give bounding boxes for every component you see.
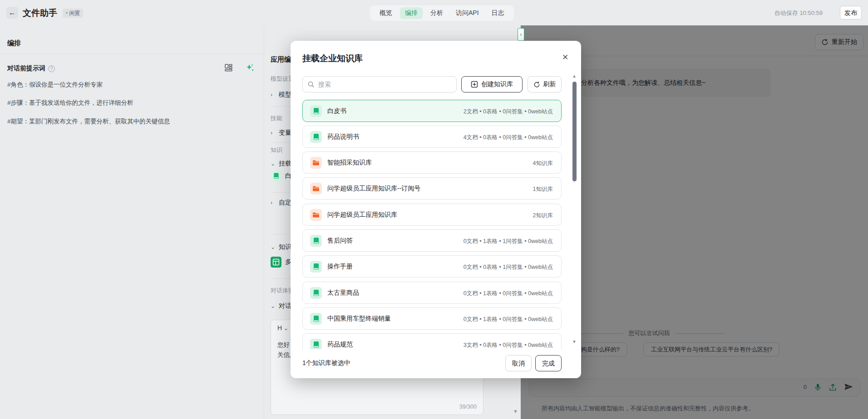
prompt-line: #角色：假设你是一位文件分析专家 bbox=[7, 81, 103, 89]
collapsible-row-变量[interactable]: ›变量 bbox=[271, 129, 291, 137]
kb-stats: 0文档 • 1表格 • 0问答集 • 0web站点 bbox=[464, 316, 553, 323]
kb-card[interactable]: 中国乘用车型终端销量0文档 • 1表格 • 0问答集 • 0web站点 bbox=[302, 307, 562, 330]
kb-name: 问学超级员工应用知识库--订阅号 bbox=[327, 185, 420, 193]
chevron-icon: ⌄ bbox=[271, 244, 275, 250]
chevron-icon: › bbox=[271, 92, 275, 98]
ai-sparkle-icon[interactable] bbox=[246, 63, 254, 72]
book-icon bbox=[271, 171, 281, 181]
kb-name: 中国乘用车型终端销量 bbox=[327, 315, 391, 323]
modal-title: 挂载企业知识库 bbox=[302, 53, 363, 64]
kb-card[interactable]: 操作手册0文档 • 0表格 • 1问答集 • 0web站点 bbox=[302, 255, 562, 278]
kb-card[interactable]: 问学超级员工应用知识库--订阅号1知识库 bbox=[302, 177, 562, 200]
section-label: 知识 bbox=[271, 146, 282, 154]
publish-button[interactable]: 发布 bbox=[840, 6, 862, 19]
mounted-kb-item[interactable]: 白 bbox=[271, 171, 291, 181]
book-icon bbox=[310, 287, 322, 299]
book-icon bbox=[310, 105, 322, 117]
autosave-status: 自动保存 10:50:59 bbox=[774, 9, 823, 17]
kb-name: 售后问答 bbox=[327, 237, 353, 245]
scroll-down-arrow-icon[interactable]: ▼ bbox=[572, 339, 577, 344]
kb-card[interactable]: 智能招采知识库4知识库 bbox=[302, 151, 562, 174]
prompt-section-title: 对话前提示词 ? bbox=[7, 64, 55, 73]
collapsible-row-知识[interactable]: ⌄知识 bbox=[271, 243, 291, 251]
kb-stats: 3文档 • 0表格 • 0问答集 • 0web站点 bbox=[464, 341, 553, 349]
template-icon[interactable] bbox=[224, 63, 233, 72]
char-counter: 39/300 bbox=[459, 404, 477, 410]
kb-name: 智能招采知识库 bbox=[327, 159, 372, 167]
row-label: 模型 bbox=[279, 91, 291, 99]
row-label: 知识 bbox=[279, 243, 291, 251]
kb-list: 白皮书2文档 • 0表格 • 0问答集 • 0web站点药品说明书4文档 • 0… bbox=[291, 95, 581, 349]
kb-stats: 1知识库 bbox=[533, 185, 553, 193]
search-input[interactable] bbox=[318, 81, 452, 88]
done-button[interactable]: 完成 bbox=[535, 355, 562, 371]
kb-name: 太古里商品 bbox=[327, 289, 359, 297]
collapsible-row-自定[interactable]: ›自定 bbox=[271, 199, 291, 207]
book-icon bbox=[310, 313, 322, 325]
refresh-icon bbox=[533, 81, 540, 88]
book-icon bbox=[310, 261, 322, 273]
left-panel-title: 编排 bbox=[7, 39, 21, 48]
scroll-down-arrow-icon[interactable]: ▼ bbox=[513, 409, 518, 414]
scrollbar-thumb[interactable] bbox=[572, 82, 577, 181]
chevron-icon: › bbox=[271, 130, 275, 136]
folder-icon bbox=[310, 157, 322, 169]
app-title: 文件助手 bbox=[23, 7, 57, 19]
mounted-kb-item[interactable]: 多 bbox=[271, 257, 291, 268]
chevron-icon: › bbox=[271, 200, 275, 206]
kb-card[interactable]: 药品规范3文档 • 0表格 • 0问答集 • 0web站点 bbox=[302, 333, 562, 349]
selection-summary: 1个知识库被选中 bbox=[302, 359, 350, 367]
folder-icon bbox=[310, 183, 322, 195]
back-button[interactable]: ← bbox=[6, 7, 18, 19]
kb-stats: 0文档 • 1表格 • 0问答集 • 0web站点 bbox=[464, 290, 553, 297]
kb-card[interactable]: 太古里商品0文档 • 1表格 • 0问答集 • 0web站点 bbox=[302, 282, 562, 304]
kb-name: 问学超级员工应用知识库 bbox=[327, 211, 397, 219]
kb-stats: 0文档 • 1表格 • 1问答集 • 0web站点 bbox=[464, 238, 553, 245]
kb-card[interactable]: 售后问答0文档 • 1表格 • 1问答集 • 0web站点 bbox=[302, 229, 562, 252]
row-label: 对话 bbox=[279, 302, 291, 310]
status-dot-icon: • bbox=[66, 10, 68, 16]
panel-collapse-toggle[interactable]: ‹ bbox=[518, 28, 524, 41]
kb-name: 操作手册 bbox=[327, 263, 353, 271]
table-icon bbox=[271, 257, 281, 268]
help-icon[interactable]: ? bbox=[48, 65, 55, 72]
prompt-line: #期望：某部门刚发布文件，需要分析、获取其中的关键信息 bbox=[7, 117, 170, 126]
folder-icon bbox=[310, 209, 322, 221]
kb-name: 白皮书 bbox=[327, 107, 346, 115]
row-label: 挂载 bbox=[279, 160, 291, 168]
refresh-button[interactable]: 刷新 bbox=[528, 76, 562, 93]
kb-stats: 4文档 • 0表格 • 0问答集 • 0web站点 bbox=[464, 134, 553, 141]
collapsible-row-挂载[interactable]: ⌄挂载 bbox=[271, 160, 291, 168]
mount-knowledge-base-modal: 挂载企业知识库 ✕ 创建知识库 刷新 白皮书2文档 • 0表格 • 0问答集 •… bbox=[291, 41, 581, 378]
kb-stats: 4知识库 bbox=[533, 160, 553, 167]
kb-card[interactable]: 白皮书2文档 • 0表格 • 0问答集 • 0web站点 bbox=[302, 100, 562, 122]
book-icon bbox=[310, 131, 322, 143]
section-label-text: 技能 bbox=[271, 114, 282, 122]
book-icon bbox=[310, 339, 322, 349]
collapsible-row-模型[interactable]: ›模型 bbox=[271, 91, 291, 99]
kb-name: 药品规范 bbox=[327, 341, 353, 349]
collapsible-row-对话[interactable]: ⌄对话 bbox=[271, 302, 291, 310]
cancel-button[interactable]: 取消 bbox=[505, 355, 532, 371]
section-label-text: 知识 bbox=[271, 146, 282, 154]
kb-card[interactable]: 药品说明书4文档 • 0表格 • 0问答集 • 0web站点 bbox=[302, 126, 562, 148]
kb-name: 药品说明书 bbox=[327, 133, 359, 141]
kb-stats: 2知识库 bbox=[533, 212, 553, 219]
scroll-up-arrow-icon[interactable]: ▲ bbox=[572, 73, 577, 78]
row-label: 变量 bbox=[279, 129, 291, 137]
divider bbox=[0, 54, 264, 54]
plus-square-icon bbox=[471, 81, 478, 88]
prompt-line: #步骤：基于我发送给你的文件，进行详细分析 bbox=[7, 99, 133, 107]
chevron-icon: ⌄ bbox=[271, 303, 275, 309]
search-icon bbox=[307, 81, 315, 88]
row-label: 自定 bbox=[279, 199, 291, 207]
kb-card[interactable]: 问学超级员工应用知识库2知识库 bbox=[302, 204, 562, 226]
section-label: 技能 bbox=[271, 114, 282, 122]
close-icon[interactable]: ✕ bbox=[559, 52, 571, 63]
book-icon bbox=[310, 235, 322, 247]
heading-dropdown[interactable]: H ⌄ bbox=[277, 324, 288, 331]
left-panel: 编排 对话前提示词 ? #角色：假设你是一位文件分析专家#步骤：基于我发送给你的… bbox=[0, 25, 264, 419]
modal-footer: 1个知识库被选中 取消 完成 bbox=[291, 349, 581, 378]
create-kb-button[interactable]: 创建知识库 bbox=[461, 76, 523, 93]
kb-stats: 2文档 • 0表格 • 0问答集 • 0web站点 bbox=[464, 108, 553, 116]
